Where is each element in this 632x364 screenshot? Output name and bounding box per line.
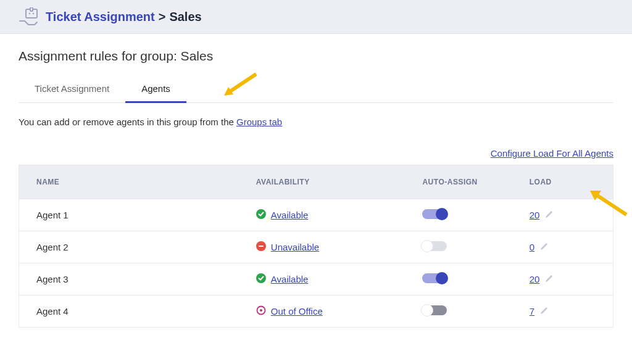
helper-text: You can add or remove agents in this gro… [19,117,613,127]
availability-link[interactable]: Available [271,210,309,220]
availability-link[interactable]: Out of Office [271,306,323,316]
agent-name: Agent 4 [19,296,239,328]
auto-assign-toggle[interactable] [422,273,447,283]
minus-circle-red-icon [256,241,266,253]
edit-pencil-icon[interactable] [539,305,549,317]
arrow-annotation-icon [222,71,259,104]
clock-outline-magenta-icon [256,305,266,317]
agents-table: NAME AVAILABILITY AUTO-ASSIGN LOAD Agent… [19,165,613,328]
column-header-auto-assign: AUTO-ASSIGN [405,165,512,199]
agent-name: Agent 1 [19,199,239,231]
helper-text-prefix: You can add or remove agents in this gro… [19,117,236,127]
edit-pencil-icon[interactable] [539,241,549,253]
configure-load-all-link[interactable]: Configure Load For All Agents [491,148,613,159]
table-row: Agent 4Out of Office7 [19,296,613,328]
breadcrumb-root-link[interactable]: Ticket Assignment [46,10,155,24]
load-value-link[interactable]: 20 [530,210,540,220]
table-row: Agent 1Available20 [19,199,613,231]
svg-point-2 [29,13,30,14]
breadcrumb-current: Sales [169,10,201,24]
check-circle-green-icon [256,273,266,285]
load-value-link[interactable]: 7 [530,306,534,316]
edit-pencil-icon[interactable] [544,273,554,285]
agent-name: Agent 2 [19,231,239,263]
availability-link[interactable]: Unavailable [271,242,319,252]
svg-rect-6 [259,246,264,247]
groups-tab-link[interactable]: Groups tab [236,117,282,127]
ticket-hand-icon [19,7,40,26]
agent-name: Agent 3 [19,263,239,296]
column-header-availability: AVAILABILITY [239,165,405,199]
availability-link[interactable]: Available [271,274,309,284]
check-circle-green-icon [256,209,266,221]
auto-assign-toggle[interactable] [422,209,447,219]
table-row: Agent 3Available20 [19,263,613,296]
table-row: Agent 2Unavailable0 [19,231,613,263]
tabs: Ticket Assignment Agents [19,76,613,103]
svg-point-3 [33,13,34,14]
tab-ticket-assignment[interactable]: Ticket Assignment [19,76,125,102]
load-value-link[interactable]: 20 [530,274,540,284]
breadcrumb-bar: Ticket Assignment > Sales [0,0,632,34]
load-value-link[interactable]: 0 [530,242,534,252]
auto-assign-toggle[interactable] [422,241,447,251]
column-header-load: LOAD [512,165,613,199]
svg-rect-1 [30,7,33,11]
page-title: Assignment rules for group: Sales [19,49,613,64]
column-header-name: NAME [19,165,239,199]
tab-agents[interactable]: Agents [125,76,186,103]
breadcrumb-separator: > [159,10,166,24]
svg-point-9 [260,309,262,312]
auto-assign-toggle[interactable] [422,305,447,315]
edit-pencil-icon[interactable] [544,209,554,221]
breadcrumb: Ticket Assignment > Sales [46,10,202,24]
